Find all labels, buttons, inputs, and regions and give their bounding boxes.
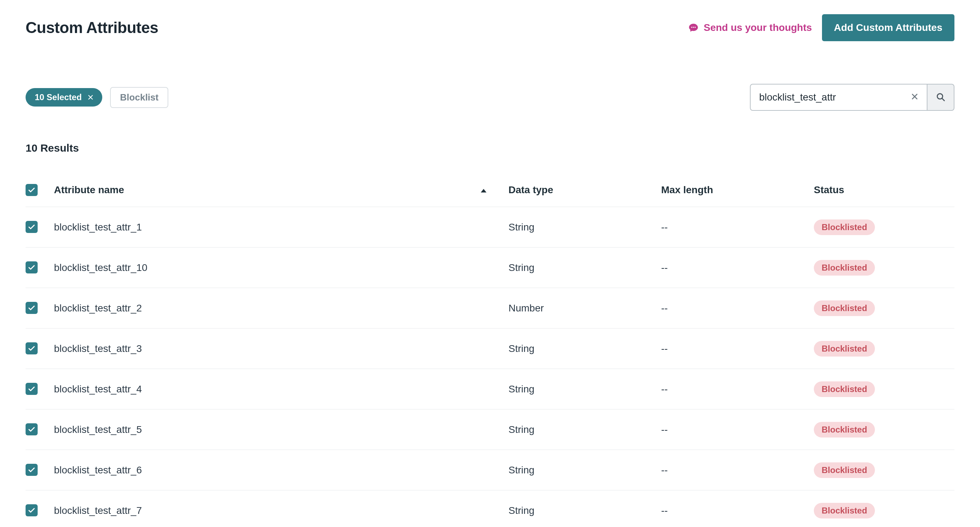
search-icon xyxy=(935,92,945,103)
status-badge: Blocklisted xyxy=(814,381,875,397)
cell-max-length: -- xyxy=(661,384,814,395)
selection-pill[interactable]: 10 Selected xyxy=(25,88,102,107)
row-checkbox-cell xyxy=(25,261,54,274)
table-row[interactable]: blocklist_test_attr_10String--Blockliste… xyxy=(25,248,955,288)
cell-attribute-name: blocklist_test_attr_3 xyxy=(54,343,509,354)
row-checkbox-cell xyxy=(25,342,54,355)
cell-attribute-name: blocklist_test_attr_2 xyxy=(54,303,509,314)
cell-data-type: String xyxy=(509,262,661,274)
search-box xyxy=(750,84,928,111)
feedback-link[interactable]: Send us your thoughts xyxy=(688,22,812,33)
attributes-table: Attribute name Data type Max length Stat… xyxy=(25,177,955,527)
svg-point-1 xyxy=(693,27,694,28)
search-button[interactable] xyxy=(928,84,955,111)
cell-max-length: -- xyxy=(661,424,814,435)
status-badge: Blocklisted xyxy=(814,220,875,235)
cell-attribute-name: blocklist_test_attr_1 xyxy=(54,221,509,233)
sort-asc-icon xyxy=(480,184,487,196)
svg-line-4 xyxy=(942,99,944,100)
results-count: 10 Results xyxy=(25,142,955,154)
select-all-cell xyxy=(25,184,54,196)
cell-attribute-name: blocklist_test_attr_4 xyxy=(54,384,509,395)
status-badge: Blocklisted xyxy=(814,462,875,478)
comment-icon xyxy=(688,22,699,33)
cell-max-length: -- xyxy=(661,505,814,516)
page-header: Custom Attributes Send us your thoughts … xyxy=(25,14,955,41)
blocklist-button[interactable]: Blocklist xyxy=(110,87,168,108)
row-checkbox[interactable] xyxy=(25,221,38,233)
search xyxy=(750,84,955,111)
cell-attribute-name: blocklist_test_attr_6 xyxy=(54,465,509,476)
status-badge: Blocklisted xyxy=(814,301,875,316)
row-checkbox[interactable] xyxy=(25,342,38,354)
row-checkbox[interactable] xyxy=(25,261,38,274)
status-badge: Blocklisted xyxy=(814,260,875,275)
row-checkbox-cell xyxy=(25,464,54,476)
row-checkbox[interactable] xyxy=(25,504,38,516)
cell-attribute-name: blocklist_test_attr_10 xyxy=(54,262,509,274)
cell-data-type: String xyxy=(509,384,661,395)
cell-data-type: String xyxy=(509,465,661,476)
cell-data-type: String xyxy=(509,424,661,435)
table-row[interactable]: blocklist_test_attr_2Number--Blocklisted xyxy=(25,288,955,328)
search-input[interactable] xyxy=(759,91,908,103)
close-icon[interactable] xyxy=(87,93,94,101)
row-checkbox-cell xyxy=(25,504,54,517)
table-row[interactable]: blocklist_test_attr_5String--Blocklisted xyxy=(25,409,955,450)
cell-status: Blocklisted xyxy=(814,503,955,519)
row-checkbox-cell xyxy=(25,423,54,436)
cell-status: Blocklisted xyxy=(814,341,955,357)
cell-data-type: Number xyxy=(509,303,661,314)
cell-attribute-name: blocklist_test_attr_5 xyxy=(54,424,509,435)
status-badge: Blocklisted xyxy=(814,422,875,438)
cell-status: Blocklisted xyxy=(814,220,955,235)
toolbar: 10 Selected Blocklist xyxy=(25,84,955,111)
table-row[interactable]: blocklist_test_attr_6String--Blocklisted xyxy=(25,450,955,490)
feedback-link-label: Send us your thoughts xyxy=(704,22,812,33)
cell-data-type: String xyxy=(509,221,661,233)
cell-max-length: -- xyxy=(661,262,814,274)
selection-pill-label: 10 Selected xyxy=(35,92,82,102)
page-title: Custom Attributes xyxy=(25,19,158,37)
cell-status: Blocklisted xyxy=(814,462,955,478)
row-checkbox-cell xyxy=(25,302,54,314)
filter-group: 10 Selected Blocklist xyxy=(25,87,168,108)
table-header: Attribute name Data type Max length Stat… xyxy=(25,177,955,207)
row-checkbox[interactable] xyxy=(25,464,38,476)
cell-status: Blocklisted xyxy=(814,260,955,275)
table-body: blocklist_test_attr_1String--Blocklisted… xyxy=(25,207,955,527)
select-all-checkbox[interactable] xyxy=(25,184,38,196)
cell-max-length: -- xyxy=(661,303,814,314)
add-custom-attributes-button[interactable]: Add Custom Attributes xyxy=(822,14,955,41)
search-clear-button[interactable] xyxy=(908,90,922,104)
col-max-length[interactable]: Max length xyxy=(661,184,814,196)
status-badge: Blocklisted xyxy=(814,503,875,519)
cell-attribute-name: blocklist_test_attr_7 xyxy=(54,505,509,516)
cell-status: Blocklisted xyxy=(814,381,955,397)
cell-data-type: String xyxy=(509,505,661,516)
cell-status: Blocklisted xyxy=(814,422,955,438)
cell-max-length: -- xyxy=(661,465,814,476)
svg-point-2 xyxy=(695,27,695,28)
status-badge: Blocklisted xyxy=(814,341,875,357)
cell-status: Blocklisted xyxy=(814,301,955,316)
header-actions: Send us your thoughts Add Custom Attribu… xyxy=(688,14,955,41)
row-checkbox[interactable] xyxy=(25,302,38,314)
col-label: Attribute name xyxy=(54,184,124,196)
svg-point-0 xyxy=(691,27,692,28)
close-icon xyxy=(911,92,919,103)
col-status[interactable]: Status xyxy=(814,184,955,196)
col-attribute-name[interactable]: Attribute name xyxy=(54,184,509,196)
cell-max-length: -- xyxy=(661,221,814,233)
cell-data-type: String xyxy=(509,343,661,354)
table-row[interactable]: blocklist_test_attr_4String--Blocklisted xyxy=(25,369,955,409)
col-data-type[interactable]: Data type xyxy=(509,184,661,196)
table-row[interactable]: blocklist_test_attr_1String--Blocklisted xyxy=(25,207,955,248)
cell-max-length: -- xyxy=(661,343,814,354)
table-row[interactable]: blocklist_test_attr_3String--Blocklisted xyxy=(25,328,955,369)
row-checkbox-cell xyxy=(25,221,54,233)
table-row[interactable]: blocklist_test_attr_7String--Blocklisted xyxy=(25,490,955,527)
row-checkbox[interactable] xyxy=(25,423,38,435)
row-checkbox[interactable] xyxy=(25,383,38,395)
row-checkbox-cell xyxy=(25,383,54,395)
